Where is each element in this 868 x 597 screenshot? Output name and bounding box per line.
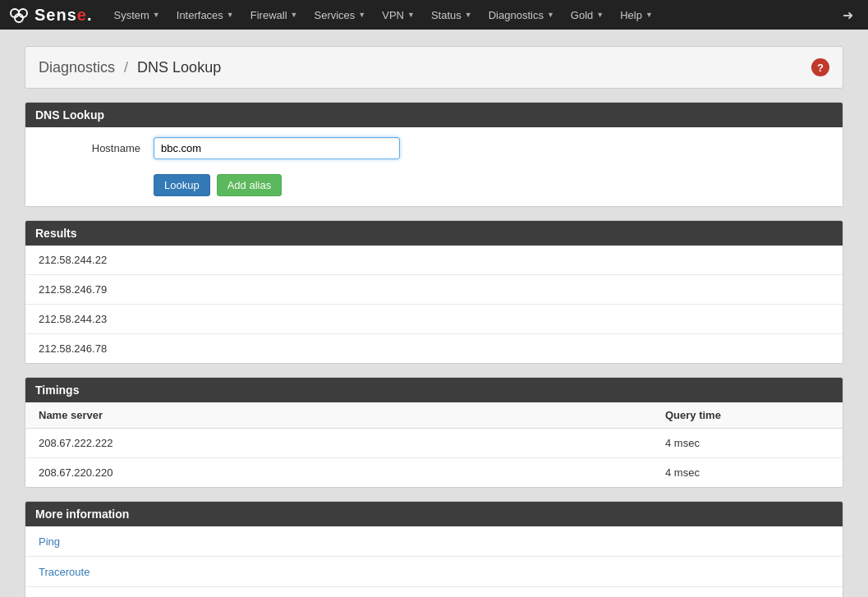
timings-body: Name server Query time 208.67.222.222 4 …: [25, 402, 843, 487]
chevron-down-icon: ▼: [547, 11, 554, 19]
hostname-input[interactable]: [154, 137, 400, 159]
breadcrumb: Diagnostics / DNS Lookup: [39, 59, 221, 76]
timings-section: Timings Name server Query time 208.67.22…: [25, 377, 843, 488]
note-row: NOTE: The following links are to externa…: [25, 587, 843, 597]
traceroute-row: Traceroute: [25, 557, 843, 587]
more-info-section: More information Ping Traceroute NOTE: T…: [25, 501, 843, 597]
logo-text: Sense.: [34, 6, 93, 25]
result-row: 212.58.244.23: [25, 305, 843, 334]
nav-item-services[interactable]: Services ▼: [306, 0, 374, 30]
chevron-down-icon: ▼: [227, 11, 234, 19]
result-row: 212.58.246.79: [25, 275, 843, 305]
ping-row: Ping: [25, 526, 843, 557]
chevron-down-icon: ▼: [291, 11, 298, 19]
results-body: 212.58.244.22212.58.246.79212.58.244.232…: [25, 246, 843, 363]
traceroute-link[interactable]: Traceroute: [39, 566, 90, 578]
nav-item-firewall[interactable]: Firewall ▼: [242, 0, 306, 30]
chevron-down-icon: ▼: [407, 11, 415, 19]
chevron-down-icon: ▼: [645, 11, 653, 19]
logo: Sense.: [7, 5, 93, 25]
nav-item-vpn[interactable]: VPN ▼: [374, 0, 423, 30]
ping-link[interactable]: Ping: [39, 535, 60, 548]
breadcrumb-parent[interactable]: Diagnostics: [39, 59, 115, 76]
nav-end: ➜: [834, 7, 861, 23]
timings-rows: 208.67.222.222 4 msec 208.67.220.220 4 m…: [25, 429, 843, 487]
buttons-row: Lookup Add alias: [25, 169, 843, 206]
dns-lookup-section: DNS Lookup Hostname Lookup Add alias: [25, 102, 843, 207]
nav-item-help[interactable]: Help ▼: [612, 0, 661, 30]
page-content: Diagnostics / DNS Lookup ? DNS Lookup Ho…: [0, 30, 868, 597]
breadcrumb-separator: /: [124, 59, 128, 76]
hostname-label: Hostname: [39, 142, 154, 154]
chevron-down-icon: ▼: [465, 11, 472, 19]
col-server-header: Name server: [39, 409, 665, 421]
timing-query: 4 msec: [665, 437, 829, 449]
timing-server: 208.67.220.220: [39, 466, 665, 479]
logout-button[interactable]: ➜: [834, 7, 861, 23]
logo-icon: [7, 5, 31, 25]
chevron-down-icon: ▼: [358, 11, 365, 19]
chevron-down-icon: ▼: [153, 11, 160, 19]
lookup-button[interactable]: Lookup: [154, 174, 210, 196]
result-row: 212.58.246.78: [25, 334, 843, 363]
more-info-header: More information: [25, 502, 843, 526]
nav-item-diagnostics[interactable]: Diagnostics ▼: [480, 0, 563, 30]
timings-column-headers: Name server Query time: [25, 402, 843, 429]
nav-items: System ▼ Interfaces ▼ Firewall ▼ Service…: [106, 0, 835, 30]
chevron-down-icon: ▼: [596, 11, 604, 19]
more-info-body: Ping Traceroute NOTE: The following link…: [25, 526, 843, 597]
nav-item-system[interactable]: System ▼: [106, 0, 168, 30]
breadcrumb-panel: Diagnostics / DNS Lookup ?: [25, 46, 843, 89]
results-header: Results: [25, 221, 843, 246]
results-section: Results 212.58.244.22212.58.246.79212.58…: [25, 220, 843, 364]
timing-query: 4 msec: [665, 466, 829, 479]
nav-item-gold[interactable]: Gold ▼: [563, 0, 612, 30]
result-row: 212.58.244.22: [25, 246, 843, 275]
dns-lookup-body: Hostname Lookup Add alias: [25, 127, 843, 206]
col-query-header: Query time: [665, 409, 829, 421]
timings-data-row: 208.67.222.222 4 msec: [25, 429, 843, 458]
navbar: Sense. System ▼ Interfaces ▼ Firewall ▼ …: [0, 0, 868, 30]
nav-item-interfaces[interactable]: Interfaces ▼: [168, 0, 242, 30]
timings-header: Timings: [25, 378, 843, 402]
timing-server: 208.67.222.222: [39, 437, 665, 449]
add-alias-button[interactable]: Add alias: [217, 174, 282, 196]
hostname-row: Hostname: [25, 127, 843, 169]
help-icon[interactable]: ?: [811, 58, 829, 76]
dns-lookup-header: DNS Lookup: [25, 103, 843, 127]
breadcrumb-current: DNS Lookup: [137, 59, 221, 76]
timings-data-row: 208.67.220.220 4 msec: [25, 458, 843, 487]
nav-item-status[interactable]: Status ▼: [423, 0, 480, 30]
